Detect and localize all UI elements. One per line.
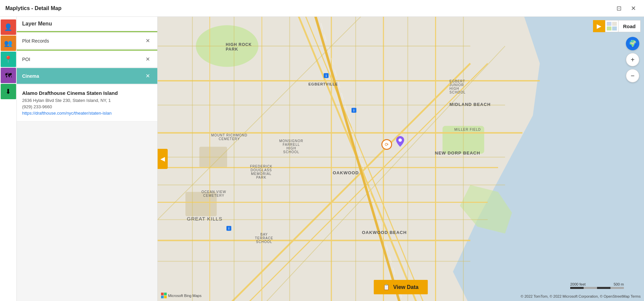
location-icon: 📍	[4, 55, 12, 63]
map-type-icon	[607, 22, 617, 31]
layer-item-plot-records[interactable]: Plot Records ✕	[17, 33, 157, 49]
title-bar: Maplytics - Detail Map ⊡ ✕	[0, 0, 644, 17]
zoom-out-button[interactable]: −	[626, 69, 639, 82]
green-divider-1	[17, 31, 157, 32]
info-card-title: Alamo Drafthouse Cinema Staten Island	[22, 90, 152, 96]
svg-text:i: i	[354, 109, 355, 112]
road-expand-icon: ▶	[597, 22, 601, 30]
road-expand-button[interactable]: ▶	[593, 20, 605, 32]
info-card: Alamo Drafthouse Cinema Staten Island 26…	[17, 85, 157, 121]
svg-rect-43	[607, 22, 611, 26]
zoom-in-icon: +	[631, 56, 635, 64]
map-controls: 🌍 + −	[626, 37, 639, 82]
person-icon: 👤	[4, 23, 12, 31]
ms-squares	[161, 293, 167, 298]
layer-item-poi[interactable]: POI ✕	[17, 51, 157, 67]
svg-point-47	[398, 138, 402, 142]
sidebar-icon-download[interactable]: ⬇	[1, 84, 16, 99]
collapse-panel-button[interactable]: ◀	[158, 149, 168, 169]
info-card-phone: (929) 233-9660	[22, 104, 152, 109]
view-data-label: View Data	[393, 284, 418, 290]
view-data-icon: 📋	[383, 284, 390, 290]
layer-close-cinema[interactable]: ✕	[144, 72, 152, 80]
title-bar-left: Maplytics - Detail Map	[5, 5, 61, 11]
road-label-button[interactable]: Road	[619, 20, 641, 32]
road-map-icon	[605, 20, 619, 32]
map-icon: 🗺	[5, 72, 12, 79]
map-area[interactable]: i i i ◀ ▶ Road	[158, 17, 644, 301]
globe-icon: 🌍	[629, 40, 637, 48]
layer-close-poi[interactable]: ✕	[144, 55, 152, 63]
layer-menu-header: Layer Menu	[17, 17, 157, 31]
zoom-out-icon: −	[631, 72, 635, 80]
scale-label-meters: 500 m	[613, 282, 624, 286]
marker-cinema-orange[interactable]: ⟳	[381, 139, 392, 150]
layer-item-cinema[interactable]: Cinema ✕	[17, 68, 157, 84]
layer-label-plot: Plot Records	[22, 38, 49, 44]
layer-label-poi: POI	[22, 57, 30, 62]
layer-close-plot[interactable]: ✕	[144, 37, 152, 45]
sidebar-icons: 👤 👥 📍 🗺 ⬇	[0, 17, 17, 301]
ms-logo-text: Microsoft Bing Maps	[168, 294, 202, 298]
collapse-arrow-icon: ◀	[160, 155, 165, 163]
scale-bar: 2000 feet 500 m	[570, 282, 624, 289]
sidebar-icon-map[interactable]: 🗺	[1, 68, 16, 83]
restore-button[interactable]: ⊡	[614, 3, 624, 13]
svg-text:i: i	[228, 227, 229, 230]
layer-label-cinema: Cinema	[22, 73, 39, 79]
info-card-address: 2636 Hylan Blvd Ste 230, Staten Island, …	[22, 98, 152, 103]
group-icon: 👥	[4, 39, 12, 47]
info-card-url[interactable]: https://drafthouse.com/nyc/theater/state…	[22, 111, 152, 116]
view-data-button[interactable]: 📋 View Data	[374, 280, 428, 294]
scale-labels: 2000 feet 500 m	[570, 282, 624, 286]
map-background-svg: i i i	[158, 17, 644, 301]
svg-rect-44	[612, 22, 617, 26]
svg-rect-45	[607, 26, 611, 31]
scale-label-feet: 2000 feet	[570, 282, 586, 286]
svg-rect-6	[185, 192, 217, 216]
orange-ring-marker: ⟳	[381, 139, 392, 150]
scale-bar-line	[570, 287, 624, 289]
close-button[interactable]: ✕	[628, 3, 639, 13]
sidebar-icon-person[interactable]: 👤	[1, 19, 16, 35]
globe-button[interactable]: 🌍	[626, 37, 639, 50]
layer-menu-title: Layer Menu	[22, 21, 52, 26]
sidebar-icon-location[interactable]: 📍	[1, 52, 16, 67]
download-icon: ⬇	[5, 87, 11, 96]
title-bar-actions: ⊡ ✕	[614, 3, 639, 13]
main-container: 👤 👥 📍 🗺 ⬇ Layer Menu Plot Records ✕ POI	[0, 17, 644, 301]
road-button-container: ▶ Road	[593, 20, 641, 32]
marker-purple-location[interactable]	[396, 136, 404, 148]
layer-panel: Layer Menu Plot Records ✕ POI ✕ Cinema ✕…	[17, 17, 158, 301]
zoom-in-button[interactable]: +	[626, 53, 639, 66]
svg-text:i: i	[326, 74, 327, 78]
microsoft-logo: Microsoft Bing Maps	[161, 293, 202, 298]
sidebar-icon-group[interactable]: 👥	[1, 36, 16, 51]
app-title: Maplytics - Detail Map	[5, 5, 61, 11]
purple-pin-svg	[396, 136, 404, 147]
green-divider-2	[17, 50, 157, 51]
copyright-text: © 2022 TomTom, © 2022 Microsoft Corporat…	[521, 294, 641, 298]
svg-rect-46	[612, 26, 617, 31]
